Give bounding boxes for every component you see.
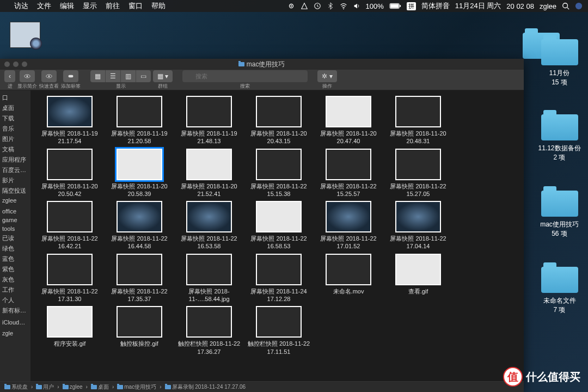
battery-icon[interactable] [389, 2, 401, 10]
path-segment[interactable]: 用户 [36, 383, 54, 391]
sidebar-item[interactable]: 蓝色 [0, 254, 30, 264]
path-segment[interactable]: 屏幕录制 2018-11-24 17.27.06 [165, 383, 246, 391]
search-input[interactable] [182, 70, 308, 82]
sidebar-item[interactable]: 下载 [0, 113, 30, 124]
file-item[interactable]: 屏幕快照 2018-11-22 16.42.21 [35, 200, 105, 252]
file-item[interactable]: 屏幕快照 2018-11-22 15.15.38 [244, 148, 314, 199]
desktop-folder[interactable]: 11.12数据备份2 项 [534, 114, 585, 162]
file-name: 屏幕快照 2018-11-20 20.43.15 [245, 130, 313, 145]
path-segment[interactable]: 桌面 [91, 383, 109, 391]
file-item[interactable]: 屏幕快照 2018-11-20 20.48.31 [383, 95, 453, 146]
file-item[interactable]: 屏幕快照 2018-11-….58.44.jpg [174, 253, 244, 304]
path-segment[interactable]: 系统盘 [4, 383, 28, 391]
file-item[interactable]: 触控栏快照 2018-11-22 17.11.51 [244, 305, 314, 357]
menu-window[interactable]: 窗口 [128, 1, 143, 11]
sidebar-item[interactable]: 隔空投送 [0, 186, 30, 196]
file-item[interactable]: 程序安装.gif [35, 305, 105, 357]
sidebar-item[interactable]: 个人 [0, 295, 30, 305]
file-item[interactable]: 屏幕快照 2018-11-20 20.50.42 [35, 148, 105, 199]
close-dot[interactable] [4, 62, 10, 67]
view-icon-button[interactable]: ▦ [90, 70, 106, 82]
view-gallery-button[interactable]: ▭ [136, 70, 151, 82]
min-dot[interactable] [13, 62, 19, 67]
file-item[interactable]: 触控栏快照 2018-11-22 17.36.27 [174, 305, 244, 357]
sidebar-item[interactable]: zglee [0, 196, 30, 205]
desktop-file[interactable] [10, 22, 42, 48]
user[interactable]: zglee [540, 2, 556, 10]
file-item[interactable]: 屏幕快照 2018-11-22 17.01.52 [314, 200, 383, 252]
sidebar-item[interactable]: 新有标… [0, 305, 30, 316]
file-item[interactable]: 屏幕快照 2018-11-20 20.47.40 [314, 95, 383, 146]
file-item[interactable]: 屏幕快照 2018-11-22 16.53.58 [174, 200, 244, 252]
sidebar-item[interactable]: 图片 [0, 134, 30, 144]
path-segment[interactable]: zglee [63, 384, 83, 390]
app-name[interactable]: 访达 [14, 1, 28, 11]
file-item[interactable]: 屏幕快照 2018-11-22 17.35.37 [105, 253, 174, 304]
info-button[interactable] [20, 70, 35, 82]
app-icon[interactable] [301, 2, 308, 10]
timemachine-icon[interactable] [314, 2, 321, 10]
sidebar-item[interactable]: 口 [0, 93, 30, 103]
sidebar-item[interactable]: office [0, 207, 30, 216]
file-item[interactable]: 屏幕快照 2018-11-20 20.43.15 [244, 95, 314, 146]
menu-file[interactable]: 文件 [37, 1, 51, 11]
sidebar-item[interactable]: 紫色 [0, 264, 30, 274]
file-item[interactable]: 查看.gif [383, 253, 453, 304]
quicklook-button[interactable] [41, 70, 57, 82]
file-item[interactable]: 触控板操控.gif [105, 305, 174, 357]
file-item[interactable]: 屏幕快照 2018-11-19 21.48.13 [174, 95, 244, 146]
menu-go[interactable]: 前往 [106, 1, 120, 11]
view-column-button[interactable]: ▥ [121, 70, 136, 82]
file-item[interactable]: 屏幕快照 2018-11-20 20.58.39 [105, 148, 174, 199]
sidebar-item[interactable]: 音乐 [0, 124, 30, 134]
time[interactable]: 20 02 08 [506, 2, 534, 10]
battery-percent[interactable]: 100% [366, 2, 384, 10]
ime-name[interactable]: 简体拼音 [421, 1, 450, 11]
wifi-icon[interactable] [340, 2, 347, 10]
menu-view[interactable]: 显示 [83, 1, 97, 11]
file-item[interactable]: 屏幕快照 2018-11-22 15.25.57 [314, 148, 383, 199]
file-item[interactable]: 屏幕快照 2018-11-22 17.31.30 [35, 253, 105, 304]
date[interactable]: 11月24日 周六 [455, 1, 501, 11]
back-button[interactable]: ‹ [4, 70, 15, 82]
group-button[interactable]: ▦ ▾ [153, 70, 173, 82]
file-item[interactable]: 屏幕快照 2018-11-19 21.17.54 [35, 95, 105, 146]
volume-icon[interactable] [353, 2, 360, 10]
desktop-folder[interactable]: mac使用技巧56 项 [534, 191, 585, 238]
sidebar-item[interactable]: zgle [0, 329, 30, 338]
desktop-folder[interactable]: 未命名文件7 项 [534, 267, 585, 315]
sidebar-item[interactable]: 百度云… [0, 165, 30, 175]
file-item[interactable]: 屏幕快照 2018-11-22 16.44.58 [105, 200, 174, 252]
file-item[interactable]: 屏幕快照 2018-11-22 17.04.14 [383, 200, 453, 252]
menu-help[interactable]: 帮助 [151, 1, 166, 11]
file-item[interactable]: 屏幕快照 2018-11-20 21.52.41 [174, 148, 244, 199]
sidebar-item[interactable]: 已读 [0, 233, 30, 243]
sidebar-item[interactable]: 影片 [0, 175, 30, 186]
sidebar-item[interactable]: 灰色 [0, 274, 30, 285]
tags-button[interactable] [63, 70, 78, 82]
max-dot[interactable] [22, 62, 27, 67]
action-button[interactable]: ✲ ▾ [317, 70, 336, 82]
menu-edit[interactable]: 编辑 [60, 1, 74, 11]
siri-icon[interactable] [575, 2, 583, 10]
sidebar-item[interactable]: iCloud… [0, 318, 30, 327]
file-item[interactable]: 屏幕快照 2018-11-19 21.20.58 [105, 95, 174, 146]
record-icon[interactable] [287, 2, 295, 10]
file-item[interactable]: 屏幕快照 2018-11-22 16.58.53 [244, 200, 314, 252]
path-segment[interactable]: mac使用技巧 [117, 383, 156, 391]
sidebar-item[interactable]: 绿色 [0, 243, 30, 254]
desktop-folder[interactable]: 11月份15 项 [534, 39, 585, 87]
file-item[interactable]: 屏幕快照 2018-11-22 15.27.05 [383, 148, 453, 199]
bluetooth-icon[interactable] [327, 2, 334, 10]
file-item[interactable]: 屏幕快照 2018-11-24 17.12.28 [244, 253, 314, 304]
spotlight-icon[interactable] [562, 2, 569, 10]
sidebar-item[interactable]: 文稿 [0, 144, 30, 155]
sidebar-item[interactable]: tools [0, 224, 30, 233]
sidebar-item[interactable]: 桌面 [0, 103, 30, 113]
sidebar-item[interactable]: 工作 [0, 285, 30, 295]
file-item[interactable]: 未命名.mov [314, 253, 383, 304]
view-list-button[interactable]: ☰ [106, 70, 121, 82]
sidebar-item[interactable]: game [0, 216, 30, 224]
ime-badge[interactable]: 拼 [407, 2, 416, 10]
sidebar-item[interactable]: 应用程序 [0, 155, 30, 165]
